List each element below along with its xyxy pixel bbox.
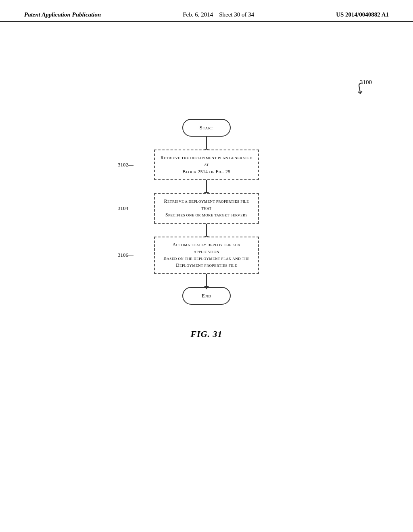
arrow-3104-to-3106 xyxy=(206,224,207,237)
arrow-3106-to-end xyxy=(206,274,207,287)
arrow-3102-to-3104 xyxy=(206,180,207,193)
start-terminal: Start xyxy=(182,119,231,137)
figure-caption: FIG. 31 xyxy=(190,329,222,339)
flowchart: Start 3102— RETRIEVE THE DEPLOYMENT PLAN… xyxy=(154,119,259,305)
block-3102: RETRIEVE THE DEPLOYMENT PLAN GENERATED A… xyxy=(154,150,259,180)
end-label: End xyxy=(202,293,211,299)
block-3102-label: 3102— xyxy=(118,162,133,168)
arrow-start-to-3102 xyxy=(206,137,207,150)
publication-label: Patent Application Publication xyxy=(24,11,101,18)
sheet-label: Sheet 30 of 34 xyxy=(219,11,254,18)
date-label: Feb. 6, 2014 xyxy=(183,11,213,18)
block-3106-text: AUTOMATICALLY DEPLOY THE SOA APPLICATION… xyxy=(161,241,252,269)
block-3106: AUTOMATICALLY DEPLOY THE SOA APPLICATION… xyxy=(154,237,259,274)
end-terminal: End xyxy=(182,287,231,305)
sheet-info: Feb. 6, 2014 Sheet 30 of 34 xyxy=(183,11,254,18)
block-3104-label: 3104— xyxy=(118,205,133,212)
block-3106-wrapper: 3106— AUTOMATICALLY DEPLOY THE SOA APPLI… xyxy=(154,237,259,274)
main-content: Start 3102— RETRIEVE THE DEPLOYMENT PLAN… xyxy=(0,22,413,339)
patent-number: US 2014/0040882 A1 xyxy=(336,11,389,18)
page-header: Patent Application Publication Feb. 6, 2… xyxy=(0,0,413,22)
start-label: Start xyxy=(200,125,213,131)
block-3102-text: RETRIEVE THE DEPLOYMENT PLAN GENERATED A… xyxy=(161,154,252,175)
block-3104-wrapper: 3104— RETRIEVE A DEPLOYMENT PROPERTIES F… xyxy=(154,193,259,224)
block-3102-wrapper: 3102— RETRIEVE THE DEPLOYMENT PLAN GENER… xyxy=(154,150,259,180)
block-3104-text: RETRIEVE A DEPLOYMENT PROPERTIES FILE TH… xyxy=(161,198,252,219)
block-3104: RETRIEVE A DEPLOYMENT PROPERTIES FILE TH… xyxy=(154,193,259,224)
block-3106-label: 3106— xyxy=(118,252,133,258)
